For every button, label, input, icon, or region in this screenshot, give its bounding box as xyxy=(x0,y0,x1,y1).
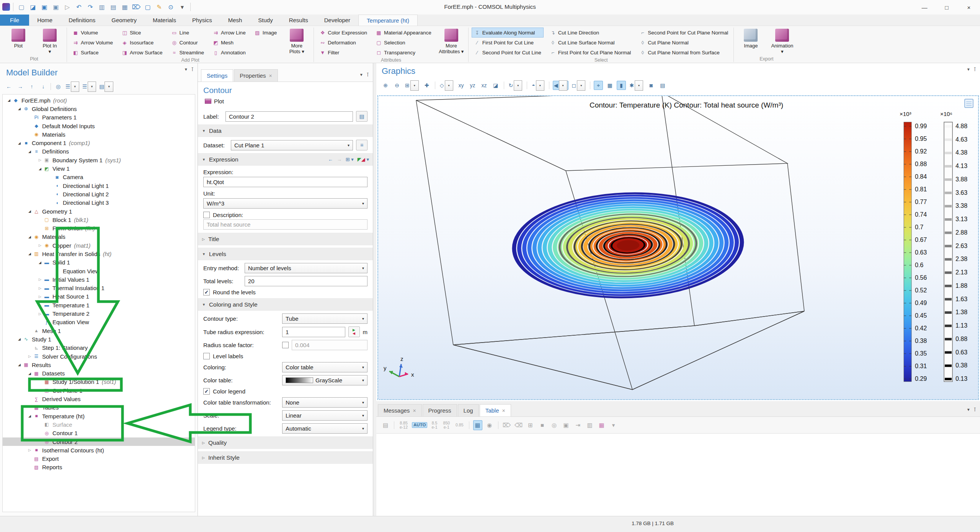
radius-scale-input[interactable]: 0.004 xyxy=(292,340,368,350)
ribbon-button-second-point-for-cut-line[interactable]: ∕Second Point for Cut Line xyxy=(472,47,544,57)
tab-messages[interactable]: Messages× xyxy=(378,404,422,416)
export-table-icon[interactable]: ⇥ xyxy=(573,420,583,430)
tree-expander-icon[interactable]: ◢ xyxy=(16,363,23,367)
notation-850e-1[interactable]: 850e-1 xyxy=(442,420,452,430)
tube-radius-input[interactable]: 1 xyxy=(282,327,345,337)
scene-light-icon[interactable]: ◓▾ xyxy=(531,81,545,90)
tree-item-copper[interactable]: ▷◉Copper(mat1) xyxy=(3,241,195,250)
total-levels-input[interactable]: 20 xyxy=(245,276,368,286)
tree-expander-icon[interactable]: ▷ xyxy=(37,277,43,281)
tab-log[interactable]: Log xyxy=(458,404,479,416)
ribbon-button-filter[interactable]: ▼Filter xyxy=(317,47,369,57)
table-content[interactable] xyxy=(376,433,980,516)
label-options-button[interactable]: ▤ xyxy=(356,111,368,122)
print-icon[interactable]: ▤ xyxy=(658,81,667,90)
tree-item-definitions[interactable]: ◢≡Definitions xyxy=(3,147,195,156)
table-view-icon[interactable]: ▦ xyxy=(473,420,482,430)
environment-icon[interactable]: ✱▾ xyxy=(628,81,644,90)
tree-expander-icon[interactable]: ▷ xyxy=(37,295,43,299)
ribbon-button-arrow-line[interactable]: ⇉Arrow Line xyxy=(210,28,248,38)
radius-scale-checkbox[interactable] xyxy=(282,342,289,348)
ribbon-tab-home[interactable]: Home xyxy=(29,15,60,26)
color-table-dropdown[interactable]: GrayScale▾ xyxy=(282,375,368,385)
section-coloring-style[interactable]: ▼Coloring and Style xyxy=(198,298,373,311)
ribbon-button-deformation[interactable]: ∾Deformation xyxy=(317,38,369,47)
tree-item-materials[interactable]: ◉Materials xyxy=(3,130,195,139)
copy-icon[interactable]: ▥ xyxy=(585,420,595,430)
ribbon-tab-mesh[interactable]: Mesh xyxy=(220,15,250,26)
clear-table-icon[interactable]: ⌦ xyxy=(502,420,511,430)
tree-expander-icon[interactable]: ◢ xyxy=(6,98,12,102)
tree-item-mesh-1[interactable]: ▲Mesh 1 xyxy=(3,326,195,335)
tree-expander-icon[interactable]: ◢ xyxy=(26,150,33,153)
tab-table[interactable]: Table× xyxy=(480,404,511,416)
contour-from-table-icon[interactable]: ◎ xyxy=(550,420,559,430)
tree-item-materials[interactable]: ◢◉Materials xyxy=(3,233,195,241)
ribbon-tab-physics[interactable]: Physics xyxy=(184,15,220,26)
insert-expression-icon[interactable]: ⊞ ▾ xyxy=(346,157,354,162)
tree-item-camera[interactable]: ◙Camera xyxy=(3,173,195,181)
tree-item-view-1[interactable]: ◢◩View 1 xyxy=(3,164,195,173)
tree-item-form-union[interactable]: ⊞Form Union(fin) xyxy=(3,224,195,232)
tree-item-solver-configurations[interactable]: ▷☰Solver Configurations xyxy=(3,352,195,361)
full-precision-icon[interactable]: ■ xyxy=(538,420,547,430)
table-graph-icon[interactable]: ▦ xyxy=(597,420,606,430)
plot-window-icon[interactable] xyxy=(965,99,973,108)
go-to-view-icon[interactable]: ◇▾ xyxy=(439,81,454,90)
tree-item-directional-light-1[interactable]: ◖Directional Light 1 xyxy=(3,181,195,190)
scale-dropdown[interactable]: Linear▾ xyxy=(282,410,368,421)
close-icon[interactable]: × xyxy=(502,408,505,414)
chevron-down-icon[interactable]: ▾ xyxy=(967,67,970,72)
ribbon-tab-file[interactable]: File xyxy=(0,15,29,26)
ribbon-button-cut-line-direction[interactable]: ↴Cut Line Direction xyxy=(547,28,634,38)
tree-item-derived-values[interactable]: ∑Derived Values xyxy=(3,395,195,403)
ribbon-tab-temperature-ht[interactable]: Temperature (ht) xyxy=(358,15,418,26)
ribbon-button-first-point-for-cut-plane-normal[interactable]: ⌐First Point for Cut Plane Normal xyxy=(547,47,634,57)
ribbon-button-volume[interactable]: ◼Volume xyxy=(70,28,115,38)
minimize-button[interactable]: — xyxy=(913,0,936,15)
zoom-box-icon[interactable]: ⊞▾ xyxy=(404,81,420,90)
tree-item-equation-view[interactable]: ƒEquation View xyxy=(3,267,195,275)
ribbon-button-plot[interactable]: Plot xyxy=(5,28,32,49)
tree-item-equation-view[interactable]: ƒEquation View xyxy=(3,318,195,326)
ribbon-button-selection[interactable]: ▢Selection xyxy=(373,38,434,47)
move-up-icon[interactable]: ↑ xyxy=(28,82,36,91)
tree-expander-icon[interactable]: ◢ xyxy=(26,252,33,256)
color-legend-checkbox[interactable]: ✓ xyxy=(203,388,210,395)
rotate-icon[interactable]: ↻▾ xyxy=(508,81,524,90)
ribbon-tab-study[interactable]: Study xyxy=(250,15,281,26)
more-dropdown-icon[interactable]: ▾ xyxy=(609,420,618,430)
label-input[interactable]: Contour 2 xyxy=(225,111,353,122)
chevron-down-icon[interactable]: ▾ xyxy=(360,72,363,77)
notation-8.85e-12[interactable]: 8.85e-12 xyxy=(398,420,409,430)
close-icon[interactable]: × xyxy=(413,408,416,414)
collapse-all-icon[interactable]: ☰▾ xyxy=(82,82,96,91)
description-checkbox[interactable] xyxy=(203,212,210,218)
view-yz-icon[interactable]: yz xyxy=(468,81,477,90)
ribbon-button-contour[interactable]: ◎Contour xyxy=(169,38,207,47)
expression-input[interactable]: ht.Qtot xyxy=(203,177,368,187)
zoom-extents-icon[interactable]: ✚ xyxy=(422,81,431,90)
table-format-icon[interactable]: ▤ xyxy=(381,420,390,430)
tree-expander-icon[interactable]: ◢ xyxy=(26,414,33,418)
plot-button[interactable]: Plot xyxy=(203,97,226,105)
ribbon-button-more[interactable]: More Plots ▾ xyxy=(283,28,310,54)
polar-view-icon[interactable]: ◉ xyxy=(485,420,494,430)
ribbon-button-arrow-surface[interactable]: ◨Arrow Surface xyxy=(119,47,165,57)
tree-item-temperature-2[interactable]: ▷▬Temperature 2 xyxy=(3,309,195,318)
tree-expander-icon[interactable]: ▷ xyxy=(37,312,43,316)
view-box-icon[interactable]: ◻▾ xyxy=(571,81,587,90)
ribbon-button-second-point-for-cut-plane-normal[interactable]: ⌐Second Point for Cut Plane Normal xyxy=(637,28,730,38)
tree-item-reports[interactable]: ▧Reports xyxy=(3,463,195,472)
tree-item-surface[interactable]: ◧Surface xyxy=(3,420,195,429)
tree-item-heat-source-1[interactable]: ▷▬Heat Source 1 xyxy=(3,292,195,301)
section-quality[interactable]: ▷Quality xyxy=(198,436,373,449)
tree-item-contour-2[interactable]: ◎Contour 2 xyxy=(3,437,195,446)
tab-settings[interactable]: Settings xyxy=(201,69,233,82)
ribbon-button-evaluate-along-normal[interactable]: ↧Evaluate Along Normal xyxy=(472,28,544,38)
section-inherit-style[interactable]: ▷Inherit Style xyxy=(198,451,373,464)
model-tree-node-text-icon[interactable]: ▤▾ xyxy=(99,82,113,91)
level-labels-checkbox[interactable] xyxy=(203,353,210,359)
next-expression-icon[interactable]: → xyxy=(337,157,342,162)
tree-item-parameters-1[interactable]: PiParameters 1 xyxy=(3,113,195,122)
